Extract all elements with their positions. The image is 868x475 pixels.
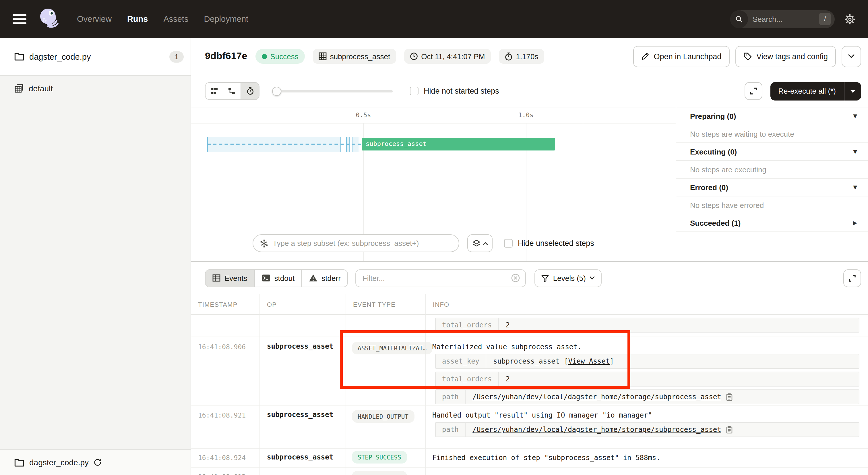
start-time-label: Oct 11, 4:41:07 PM — [421, 52, 485, 61]
metadata-entry: total_orders 2 — [435, 372, 859, 387]
status-section-executing[interactable]: Executing (0) ▼ — [676, 143, 868, 161]
col-header-event-type: EVENT TYPE — [346, 294, 425, 314]
search-input[interactable] — [753, 14, 819, 23]
tab-stdout[interactable]: stdout — [255, 270, 302, 286]
clear-filter-icon[interactable] — [511, 273, 520, 283]
events-table: TIMESTAMP OP EVENT TYPE INFO total_order… — [191, 294, 868, 475]
asset-tag-label: subprocess_asset — [330, 52, 391, 61]
tab-events-label: Events — [224, 274, 247, 282]
run-status-badge: Success — [255, 49, 305, 64]
event-info-text: Materialized value subprocess_asset. — [426, 337, 863, 351]
asset-tag[interactable]: subprocess_asset — [313, 49, 396, 64]
tab-stderr[interactable]: stderr — [302, 270, 347, 286]
reload-icon[interactable] — [93, 458, 101, 466]
zoom-slider-handle[interactable] — [272, 86, 281, 96]
col-header-timestamp: TIMESTAMP — [191, 294, 259, 314]
path-link[interactable]: /Users/yuhan/dev/local/dagster_home/stor… — [472, 393, 721, 401]
status-section-body: No steps are waiting to execute — [676, 125, 868, 143]
levels-filter-label: Levels (5) — [553, 274, 586, 282]
open-in-launchpad-label: Open in Launchpad — [654, 52, 722, 61]
nav-link-assets[interactable]: Assets — [163, 14, 188, 24]
gantt-step-bar[interactable]: subprocess_asset — [362, 138, 555, 150]
view-tags-config-button[interactable]: View tags and config — [735, 46, 836, 67]
caret-right-icon[interactable]: ▶ — [853, 220, 857, 226]
copy-icon[interactable] — [726, 425, 733, 434]
metadata-key: path — [436, 390, 466, 404]
op-selector-icon — [260, 239, 268, 247]
event-op: subprocess_asset — [259, 449, 346, 467]
funnel-icon — [541, 274, 549, 282]
metadata-value: 2 — [499, 318, 516, 332]
flat-view-button[interactable] — [206, 83, 223, 99]
step-status-panel: Preparing (0) ▼ No steps are waiting to … — [676, 108, 868, 261]
levels-filter-button[interactable]: Levels (5) — [535, 269, 602, 287]
zoom-slider[interactable] — [273, 90, 393, 92]
timeline-view-button[interactable] — [241, 83, 259, 99]
caret-down-icon[interactable]: ▼ — [853, 184, 857, 190]
open-in-launchpad-button[interactable]: Open in Launchpad — [633, 46, 730, 67]
fullscreen-gantt-button[interactable] — [744, 82, 762, 100]
caret-down-icon[interactable]: ▼ — [853, 113, 857, 119]
global-search[interactable]: / — [730, 10, 835, 28]
nav-link-deployment[interactable]: Deployment — [204, 14, 248, 24]
caret-down-icon[interactable]: ▼ — [853, 149, 857, 154]
event-timestamp: 16:41:08.921 — [191, 406, 259, 448]
terminal-icon — [262, 274, 270, 282]
hide-unselected-checkbox[interactable] — [504, 239, 513, 247]
waterfall-view-button[interactable] — [223, 83, 241, 99]
code-location-count-badge: 1 — [169, 51, 184, 62]
event-type-pill: ASSET_MATERIALIZAT… — [352, 342, 432, 354]
nav-link-overview[interactable]: Overview — [77, 14, 112, 24]
copy-icon[interactable] — [726, 393, 733, 401]
run-id: 9dbf617e — [205, 51, 247, 62]
sidebar-code-location[interactable]: dagster_code.py 1 — [0, 38, 191, 76]
event-row-step-success[interactable]: 16:41:08.924 subprocess_asset STEP_SUCCE… — [191, 449, 868, 468]
menu-icon[interactable] — [12, 14, 26, 24]
caret-up-icon — [483, 241, 488, 245]
reexecute-options-button[interactable] — [844, 82, 861, 100]
event-row[interactable]: total_orders 2 — [191, 315, 868, 337]
event-info-text: Finished execution of step "subprocess_a… — [426, 449, 863, 462]
event-row-engine-event[interactable]: 16:41:09.013 - ENGINE_EVENT Multiprocess… — [191, 468, 868, 475]
nav-link-runs[interactable]: Runs — [127, 14, 148, 24]
tab-events[interactable]: Events — [206, 270, 255, 286]
code-location-label: dagster_code.py — [29, 52, 91, 61]
graph-query-toggle-button[interactable] — [467, 234, 493, 252]
log-filter-input[interactable] — [363, 274, 511, 282]
fullscreen-logs-button[interactable] — [843, 269, 861, 287]
dagster-run-page: Overview Runs Assets Deployment / — [0, 0, 868, 475]
status-section-preparing[interactable]: Preparing (0) ▼ — [676, 108, 868, 125]
hide-not-started-checkbox[interactable] — [410, 87, 418, 95]
status-dot-icon — [261, 54, 267, 59]
status-section-errored[interactable]: Errored (0) ▼ — [676, 179, 868, 197]
view-asset-link[interactable]: [View Asset] — [564, 357, 614, 365]
event-info-text: Handled output "result" using IO manager… — [426, 406, 863, 419]
path-link[interactable]: /Users/yuhan/dev/local/dagster_home/stor… — [472, 425, 721, 434]
event-timestamp: 16:41:09.013 — [191, 468, 259, 475]
event-timestamp: 16:41:08.906 — [191, 337, 259, 405]
warning-icon — [309, 274, 317, 282]
caret-down-icon — [850, 89, 856, 93]
reexecute-all-button[interactable]: Re-execute all (*) — [770, 82, 844, 100]
status-section-succeeded[interactable]: Succeeded (1) ▶ — [676, 214, 868, 232]
metadata-entry: total_orders 2 — [435, 318, 859, 332]
section-title: Succeeded (1) — [690, 218, 741, 227]
start-time-tag: Oct 11, 4:41:07 PM — [404, 49, 491, 64]
sidebar-item-default[interactable]: default — [0, 76, 191, 101]
settings-gear-icon[interactable] — [844, 13, 856, 24]
header-more-chevron-button[interactable] — [842, 46, 861, 67]
gantt-toolbar: Hide not started steps Re-execute all (*… — [191, 75, 868, 107]
step-subset-input[interactable] — [273, 239, 453, 247]
gantt-chart-body: subprocess_asset — [191, 123, 676, 261]
event-op: subprocess_asset — [259, 337, 346, 405]
axis-tick: 0.5s — [356, 112, 371, 119]
event-timestamp: 16:41:08.924 — [191, 449, 259, 467]
col-header-op: OP — [259, 294, 346, 314]
event-row-asset-materialization[interactable]: 16:41:08.906 subprocess_asset ASSET_MATE… — [191, 337, 868, 406]
dagster-logo-icon[interactable] — [38, 7, 62, 31]
gantt-section: 0.5s 1.0s subprocess_asset — [191, 107, 868, 261]
metadata-entry: asset_key subprocess_asset [View Asset] — [435, 354, 859, 369]
event-row-handled-output[interactable]: 16:41:08.921 subprocess_asset HANDLED_OU… — [191, 406, 868, 449]
run-status-label: Success — [270, 52, 298, 61]
search-shortcut-badge: / — [819, 12, 831, 25]
